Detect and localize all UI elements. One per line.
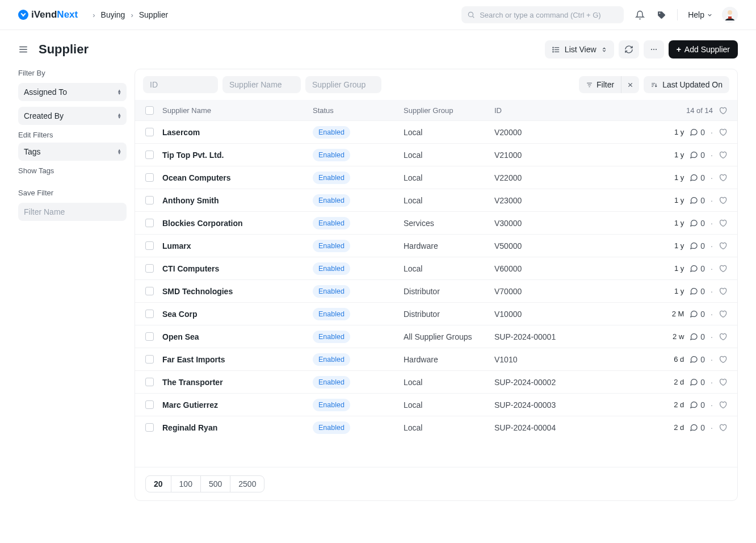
col-supplier-name[interactable]: Supplier Name xyxy=(162,106,313,115)
filter-input-name[interactable]: Supplier Name xyxy=(222,76,301,93)
row-age: 1 y xyxy=(663,264,684,273)
svg-point-2 xyxy=(659,12,660,14)
search-icon xyxy=(467,11,475,19)
row-checkbox[interactable] xyxy=(145,332,154,341)
global-search[interactable]: Search or type a command (Ctrl + G) xyxy=(461,6,624,23)
row-checkbox[interactable] xyxy=(145,196,154,204)
heart-icon[interactable] xyxy=(719,355,727,364)
heart-icon[interactable] xyxy=(719,423,727,432)
table-row[interactable]: Open Sea Enabled All Supplier Groups SUP… xyxy=(135,325,737,348)
add-supplier-button[interactable]: + Add Supplier xyxy=(669,40,738,59)
row-comments[interactable]: 0 xyxy=(690,151,705,160)
filter-clear-button[interactable] xyxy=(621,76,639,93)
heart-icon[interactable] xyxy=(719,241,727,250)
heart-icon[interactable] xyxy=(719,310,727,318)
row-comments[interactable]: 0 xyxy=(690,287,705,296)
row-checkbox[interactable] xyxy=(145,128,154,136)
filter-tags[interactable]: Tags ▴▾ xyxy=(18,143,127,161)
table-row[interactable]: Marc Gutierrez Enabled Local SUP-2024-00… xyxy=(135,393,737,416)
table-row[interactable]: Far East Imports Enabled Hardware V1010 … xyxy=(135,348,737,370)
app-logo[interactable]: iVendNext xyxy=(18,9,78,20)
heart-icon[interactable] xyxy=(719,106,727,115)
heart-icon[interactable] xyxy=(719,128,727,136)
row-comments[interactable]: 0 xyxy=(690,219,705,228)
refresh-button[interactable] xyxy=(619,40,639,59)
user-avatar[interactable] xyxy=(722,7,738,23)
row-group: Local xyxy=(404,151,422,160)
heart-icon[interactable] xyxy=(719,264,727,273)
table-row[interactable]: Reginald Ryan Enabled Local SUP-2024-000… xyxy=(135,416,737,438)
help-menu[interactable]: Help xyxy=(688,10,713,19)
row-checkbox[interactable] xyxy=(145,264,154,273)
row-checkbox[interactable] xyxy=(145,378,154,386)
row-comments[interactable]: 0 xyxy=(690,310,705,319)
table-row[interactable]: Tip Top Pvt. Ltd. Enabled Local V21000 1… xyxy=(135,143,737,166)
heart-icon[interactable] xyxy=(719,173,727,182)
status-badge: Enabled xyxy=(313,308,350,320)
breadcrumb-buying[interactable]: Buying xyxy=(101,10,125,19)
row-checkbox[interactable] xyxy=(145,241,154,250)
row-checkbox[interactable] xyxy=(145,173,154,182)
col-status[interactable]: Status xyxy=(313,106,404,115)
row-checkbox[interactable] xyxy=(145,423,154,432)
page-size-option[interactable]: 500 xyxy=(201,476,230,492)
row-checkbox[interactable] xyxy=(145,287,154,295)
filter-input-group[interactable]: Supplier Group xyxy=(305,76,381,93)
chevron-right-icon: › xyxy=(131,11,133,19)
heart-icon[interactable] xyxy=(719,219,727,227)
notifications-icon[interactable] xyxy=(634,9,645,20)
heart-icon[interactable] xyxy=(719,151,727,159)
tag-icon[interactable] xyxy=(656,9,667,20)
more-menu[interactable] xyxy=(644,40,664,59)
edit-filters-link[interactable]: Edit Filters xyxy=(18,131,127,139)
filter-input-id[interactable]: ID xyxy=(143,76,218,93)
divider xyxy=(677,9,678,20)
filter-created-by[interactable]: Created By ▴▾ xyxy=(18,107,127,125)
table-row[interactable]: Anthony Smith Enabled Local V23000 1 y 0… xyxy=(135,189,737,211)
table-row[interactable]: CTI Computers Enabled Local V60000 1 y 0… xyxy=(135,257,737,279)
view-switcher[interactable]: List View xyxy=(545,40,614,59)
row-comments[interactable]: 0 xyxy=(690,241,705,250)
heart-icon[interactable] xyxy=(719,287,727,295)
row-comments[interactable]: 0 xyxy=(690,378,705,387)
row-comments[interactable]: 0 xyxy=(690,355,705,364)
logo-text-prefix: iVend xyxy=(31,9,57,20)
table-row[interactable]: The Transporter Enabled Local SUP-2024-0… xyxy=(135,370,737,393)
hamburger-icon[interactable] xyxy=(18,44,28,55)
table-row[interactable]: Lumarx Enabled Hardware V50000 1 y 0 · xyxy=(135,234,737,257)
col-supplier-group[interactable]: Supplier Group xyxy=(404,106,494,115)
show-tags-link[interactable]: Show Tags xyxy=(18,166,127,175)
help-label: Help xyxy=(688,10,704,19)
table-row[interactable]: SMD Technologies Enabled Distributor V70… xyxy=(135,279,737,302)
heart-icon[interactable] xyxy=(719,332,727,341)
page-size-option[interactable]: 100 xyxy=(171,476,201,492)
row-comments[interactable]: 0 xyxy=(690,400,705,410)
page-size-option[interactable]: 2500 xyxy=(230,476,264,492)
row-comments[interactable]: 0 xyxy=(690,196,705,205)
page-size-option[interactable]: 20 xyxy=(146,476,171,492)
heart-icon[interactable] xyxy=(719,378,727,386)
heart-icon[interactable] xyxy=(719,400,727,409)
row-comments[interactable]: 0 xyxy=(690,264,705,273)
filter-assigned-to[interactable]: Assigned To ▴▾ xyxy=(18,83,127,101)
breadcrumb-supplier[interactable]: Supplier xyxy=(139,10,168,19)
table-row[interactable]: Sea Corp Enabled Distributor V10000 2 M … xyxy=(135,302,737,325)
row-comments[interactable]: 0 xyxy=(690,332,705,341)
row-comments[interactable]: 0 xyxy=(690,423,705,432)
table-row[interactable]: Ocean Computers Enabled Local V22000 1 y… xyxy=(135,166,737,189)
select-all-checkbox[interactable] xyxy=(145,106,154,115)
row-checkbox[interactable] xyxy=(145,355,154,364)
save-filter-name-input[interactable] xyxy=(18,203,127,221)
row-checkbox[interactable] xyxy=(145,310,154,318)
col-id[interactable]: ID xyxy=(494,106,631,115)
row-comments[interactable]: 0 xyxy=(690,128,705,137)
row-checkbox[interactable] xyxy=(145,219,154,227)
row-checkbox[interactable] xyxy=(145,400,154,409)
table-row[interactable]: Blockies Corporation Enabled Services V3… xyxy=(135,211,737,234)
sort-button[interactable]: Last Updated On xyxy=(644,76,729,93)
filter-button[interactable]: Filter xyxy=(579,80,621,89)
heart-icon[interactable] xyxy=(719,196,727,204)
table-row[interactable]: Lasercom Enabled Local V20000 1 y 0 · xyxy=(135,120,737,143)
row-comments[interactable]: 0 xyxy=(690,173,705,182)
row-checkbox[interactable] xyxy=(145,151,154,159)
